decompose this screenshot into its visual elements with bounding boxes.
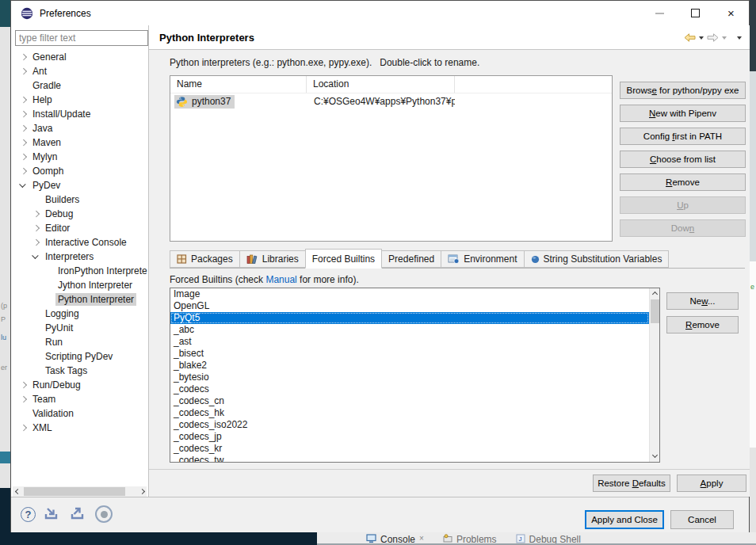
list-item[interactable]: _codecs_hk [170,407,649,419]
tree-item[interactable]: Interactive Console [11,235,148,250]
list-item[interactable]: _bytesio [170,372,649,383]
interpreters-table[interactable]: Name Location python37 C:¥OSGeo4W¥apps¥P… [170,75,613,242]
chevron-right-icon[interactable] [17,65,30,78]
chevron-right-icon[interactable] [30,236,43,249]
tree-item[interactable]: Validation [11,406,148,421]
tree-item[interactable]: Run/Debug [11,378,148,392]
forward-history-dropdown[interactable] [722,36,727,40]
list-item[interactable]: _ast [170,336,649,348]
manual-link[interactable]: Manual [265,274,296,285]
list-item[interactable]: OpenGL [170,300,649,312]
export-button[interactable] [69,507,88,521]
tree-item[interactable]: Builders [11,192,148,207]
tree-horizontal-scrollbar[interactable] [13,486,147,497]
tab-packages[interactable]: Packages [170,250,240,268]
chevron-right-icon[interactable] [17,165,30,177]
interpreter-location-cell[interactable]: C:¥OSGeo4W¥apps¥Python37¥pyt... [307,96,455,107]
chevron-right-icon[interactable] [30,222,43,234]
close-button[interactable]: × [713,1,749,25]
back-button[interactable] [684,33,696,42]
tree-item[interactable]: Python Interpreter [11,292,148,307]
interpreter-name-cell[interactable]: python37 [170,95,307,109]
chevron-right-icon[interactable] [17,93,30,106]
preference-recorder-button[interactable] [95,505,113,523]
tree-item[interactable]: Mylyn [11,150,148,164]
chevron-right-icon[interactable] [17,108,30,120]
scroll-up-icon[interactable] [650,288,659,299]
tree-item[interactable]: Gradle [11,78,148,93]
browse-python-button[interactable]: Browse for python/pypy exe [620,82,746,99]
tree-item[interactable]: Oomph [11,164,148,178]
chevron-right-icon[interactable] [17,136,30,149]
restore-defaults-button[interactable]: Restore Defaults [593,474,670,492]
list-item[interactable]: _abc [170,324,649,336]
forced-builtins-list[interactable]: ImageOpenGLPyQt5_abc_ast_bisect_blake2_b… [170,288,660,463]
chevron-right-icon[interactable] [17,122,30,135]
column-header-location[interactable]: Location [307,76,455,93]
tree-item[interactable]: IronPython Interprete [11,264,148,278]
chevron-right-icon[interactable] [17,151,30,163]
list-item[interactable]: _blake2 [170,360,649,372]
chevron-right-icon[interactable] [17,421,30,434]
forward-button[interactable] [707,33,719,42]
apply-and-close-button[interactable]: Apply and Close [585,510,664,529]
list-item[interactable]: _codecs_cn [170,395,649,407]
tree-item[interactable]: Task Tags [11,364,148,378]
tree-item[interactable]: Jython Interpreter [11,278,148,292]
chevron-right-icon[interactable] [30,208,43,220]
tree-item[interactable]: Interpreters [11,250,148,264]
import-button[interactable] [43,507,62,521]
tree-item[interactable]: General [11,50,148,64]
list-item[interactable]: _codecs_jp [170,431,649,443]
list-item[interactable]: _codecs_tw [170,455,649,462]
minimize-button[interactable] [642,1,678,25]
view-menu-button[interactable] [730,36,742,40]
remove-builtin-button[interactable]: Remove [666,316,739,333]
list-item[interactable]: PyQt5 [170,312,649,324]
tab-predefined[interactable]: Predefined [381,250,441,268]
tree-item[interactable]: PyUnit [11,321,148,335]
table-row[interactable]: python37 C:¥OSGeo4W¥apps¥Python37¥pyt... [170,93,612,109]
tab-forced-builtins[interactable]: Forced Builtins [305,249,382,269]
tree-item[interactable]: Team [11,392,148,406]
chevron-down-icon[interactable] [30,250,43,263]
scrollbar-thumb[interactable] [651,299,659,323]
scroll-left-icon[interactable] [13,486,22,497]
apply-button[interactable]: Apply [677,474,746,492]
maximize-button[interactable] [678,1,713,25]
chevron-right-icon[interactable] [17,393,30,406]
tree-item[interactable]: Java [11,121,148,135]
list-item[interactable]: _codecs_iso2022 [170,419,649,431]
tree-item[interactable]: Maven [11,135,148,150]
filter-input[interactable] [15,30,148,46]
chevron-down-icon[interactable] [17,179,30,192]
chevron-right-icon[interactable] [17,51,30,63]
scroll-right-icon[interactable] [137,486,147,497]
list-item[interactable]: _codecs [170,383,649,395]
list-item[interactable]: _codecs_kr [170,443,649,455]
remove-interpreter-button[interactable]: Remove [620,173,746,191]
list-item[interactable]: Image [170,288,649,300]
tree-item[interactable]: Run [11,335,148,349]
tree-item[interactable]: Install/Update [11,107,148,121]
column-header-name[interactable]: Name [170,76,307,93]
tree-item[interactable]: Help [11,93,148,107]
list-vertical-scrollbar[interactable] [649,288,659,462]
config-first-in-path-button[interactable]: Config first in PATH [620,128,746,145]
tree-item[interactable]: Editor [11,221,148,235]
cancel-button[interactable]: Cancel [670,510,734,529]
tab-environment[interactable]: Environment [441,250,524,268]
scrollbar-thumb[interactable] [24,487,125,496]
scroll-down-icon[interactable] [650,452,659,462]
tree-item[interactable]: XML [11,421,148,435]
new-with-pipenv-button[interactable]: New with Pipenv [620,105,746,122]
down-button[interactable]: Down [620,219,746,237]
chevron-right-icon[interactable] [17,379,30,391]
tree-item[interactable]: Logging [11,307,148,321]
tab-string-substitution-variables[interactable]: String Substitution Variables [524,250,670,268]
tab-libraries[interactable]: Libraries [239,250,306,268]
choose-from-list-button[interactable]: Choose from list [620,151,746,168]
help-button[interactable]: ? [21,507,36,522]
tree-item[interactable]: Scripting PyDev [11,349,148,364]
tree-item[interactable]: Ant [11,64,148,78]
